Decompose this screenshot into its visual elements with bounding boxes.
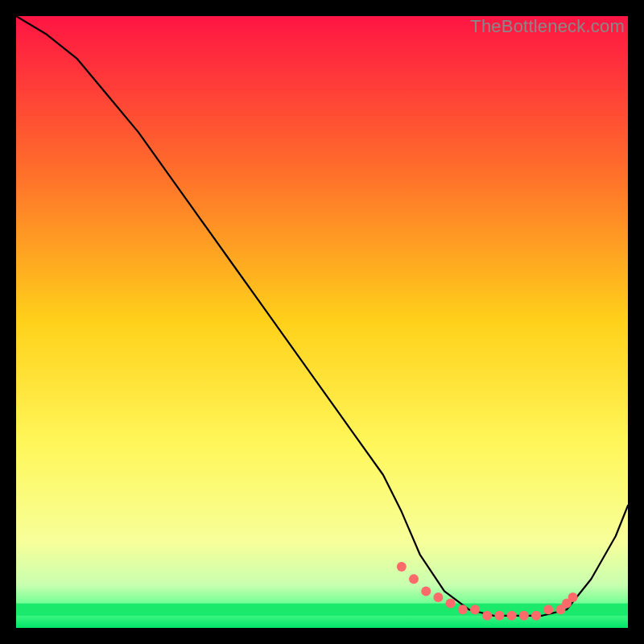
highlight-dot [397,562,407,572]
highlight-dot [446,599,456,609]
highlight-dot [568,592,578,602]
chart-frame: TheBottleneck.com [16,16,628,628]
watermark-text: TheBottleneck.com [470,16,625,37]
highlight-dot [531,611,541,621]
gradient-background [16,16,628,628]
highlight-dot [543,605,553,614]
highlight-dot [507,611,517,621]
highlight-dot [409,574,419,584]
highlight-dot [458,605,468,614]
highlight-dot [519,611,529,621]
highlight-dot [482,611,492,621]
highlight-dot [433,592,443,602]
highlight-dot [421,586,431,596]
highlight-dot [494,611,504,621]
highlight-dot [470,605,480,614]
chart-canvas [16,16,628,628]
